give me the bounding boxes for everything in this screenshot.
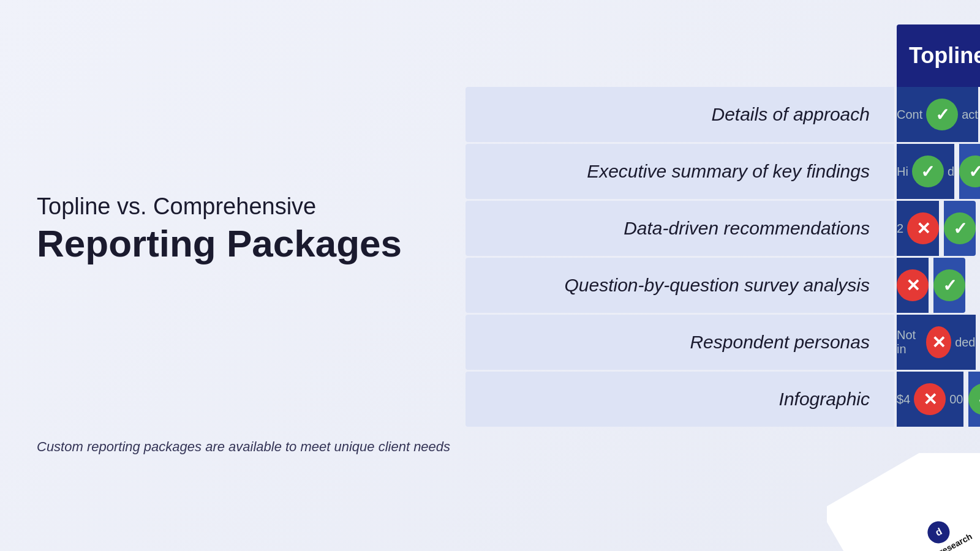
comprehensive-cell-row6: ✓ [968, 372, 981, 427]
table-row: Infographic $4 ✕ 00 ✓ [466, 372, 943, 427]
cell-pre-text: Cont [897, 108, 922, 122]
main-content: Topline vs. Comprehensive Reporting Pack… [37, 24, 943, 427]
cross-icon: ✕ [914, 383, 946, 415]
row-label-cell: Executive summary of key findings [466, 144, 894, 199]
row-label-cell: Respondent personas [466, 315, 894, 370]
cross-icon: ✕ [926, 326, 951, 358]
topline-cell-row3: 2 ✕ [897, 201, 939, 256]
row-label-cell: Details of approach [466, 87, 894, 142]
row-label: Question-by-question survey analysis [564, 275, 870, 296]
table-rows: Details of approach Cont ✓ act ✓ [466, 87, 943, 427]
row-label-cell: Infographic [466, 372, 894, 427]
row-label-cell: Data-driven recommendations [466, 201, 894, 256]
table-row: Data-driven recommendations 2 ✕ ✓ [466, 201, 943, 256]
table-row: Question-by-question survey analysis ✕ ✓ [466, 258, 943, 313]
cell-post-text: act [962, 108, 978, 122]
cell-pre-text: $4 [897, 392, 910, 407]
title-area: Topline vs. Comprehensive Reporting Pack… [37, 24, 466, 427]
topline-cell-row1: Cont ✓ act [897, 87, 978, 142]
check-icon: ✓ [926, 99, 958, 130]
table-row: Respondent personas Not in ✕ ded ✓ [466, 315, 943, 370]
cell-post-text: 00 [949, 392, 963, 407]
cell-pre-text: Hi [897, 165, 908, 179]
table-header: Topline Comprehensive [466, 24, 943, 87]
row-label-cell: Question-by-question survey analysis [466, 258, 894, 313]
topline-cell-row5: Not in ✕ ded [897, 315, 976, 370]
brand-logo-letter: d [933, 526, 944, 538]
topline-header-text: Topline [909, 43, 980, 68]
row-label: Data-driven recommendations [624, 218, 870, 239]
table-row: Executive summary of key findings Hi ✓ d… [466, 144, 943, 199]
title-main: Reporting Packages [37, 223, 441, 264]
topline-cell-row2: Hi ✓ d [897, 144, 954, 199]
comprehensive-cell-row4: ✓ [933, 258, 965, 313]
check-icon: ✓ [968, 383, 981, 415]
cell-post-text: ded [955, 335, 975, 350]
cell-post-text: d [948, 165, 954, 179]
comprehensive-cell-row3: ✓ [944, 201, 976, 256]
col-label-spacer [466, 24, 894, 87]
brand-corner: d driveresearch [827, 453, 980, 551]
page-wrapper: Topline vs. Comprehensive Reporting Pack… [0, 0, 980, 551]
title-subtitle: Topline vs. Comprehensive [37, 193, 441, 221]
cross-icon: ✕ [907, 212, 939, 244]
check-icon: ✓ [912, 156, 944, 187]
check-icon: ✓ [944, 212, 976, 244]
table-area: Topline Comprehensive Details of approac… [466, 24, 943, 427]
footer-text: Custom reporting packages are available … [37, 439, 943, 455]
topline-column-header: Topline [897, 24, 980, 87]
cell-pre-text: 2 [897, 222, 903, 236]
row-label: Respondent personas [690, 332, 870, 353]
check-icon: ✓ [959, 156, 980, 187]
topline-cell-row4: ✕ [897, 258, 929, 313]
topline-cell-row6: $4 ✕ 00 [897, 372, 963, 427]
row-label: Details of approach [712, 104, 870, 125]
cross-icon: ✕ [897, 269, 929, 301]
table-row: Details of approach Cont ✓ act ✓ [466, 87, 943, 142]
check-icon: ✓ [933, 269, 965, 301]
row-label: Infographic [779, 389, 870, 410]
cell-pre-text: Not in [897, 328, 922, 356]
row-label: Executive summary of key findings [587, 161, 870, 182]
comprehensive-cell-row2: ✓ [959, 144, 980, 199]
